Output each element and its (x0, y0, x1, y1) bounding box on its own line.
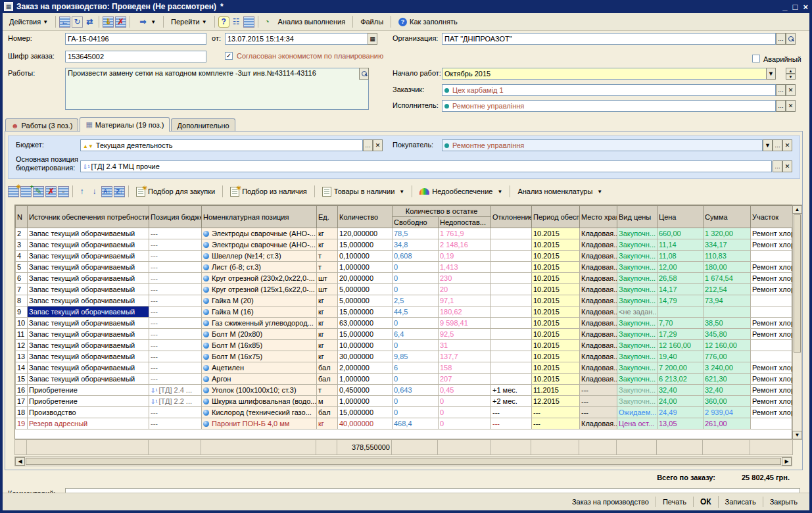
cell-n[interactable]: 17 (16, 396, 28, 407)
cell-item[interactable]: Швеллер (№14; ст.3) (202, 251, 317, 262)
shortage-menu[interactable]: Недообеспечение▼ (416, 184, 506, 199)
col-header-unit[interactable]: Ед. (317, 206, 338, 228)
organization-field[interactable]: ПАТ "ДНІПРОАЗОТ" (442, 33, 776, 45)
cell-item[interactable]: Газ сжиженный углеводород... (202, 318, 317, 329)
move-down-icon[interactable]: ↓ (89, 186, 100, 197)
buyer-select-button[interactable]: … (773, 139, 782, 151)
cell-short[interactable]: 31 (439, 340, 491, 351)
cell-src[interactable]: Запас текущий оборачиваемый (28, 262, 149, 273)
cell-unit[interactable]: кг (317, 306, 338, 318)
copy-row-icon[interactable]: + (20, 186, 32, 197)
cell-short[interactable]: 158 (439, 362, 491, 374)
cell-price[interactable]: 13,05 (657, 418, 704, 429)
cell-src[interactable]: Запас текущий оборачиваемый (28, 351, 149, 362)
cell-item[interactable]: Болт М (20х80) (202, 329, 317, 340)
cell-unit[interactable]: шт (317, 273, 338, 284)
cell-n[interactable]: 2 (16, 228, 28, 239)
cell-stor[interactable]: Кладовая... (580, 239, 617, 251)
cell-pt[interactable]: Закупочн... (617, 273, 657, 284)
cell-price[interactable]: 32,40 (657, 385, 704, 396)
refresh-icon[interactable]: ↻ (72, 16, 83, 28)
cell-src[interactable]: Запас текущий оборачиваемый (28, 318, 149, 329)
scroll-down-icon[interactable]: ▼ (792, 431, 802, 439)
cell-item[interactable]: Электроды сварочные (АНО-... (202, 228, 317, 239)
cell-per[interactable]: 10.2015 (532, 362, 580, 374)
cell-price[interactable]: 14,17 (657, 284, 704, 295)
cell-dev[interactable]: --- (491, 407, 532, 418)
cell-sum[interactable]: 38,50 (704, 318, 751, 329)
cell-n[interactable]: 16 (16, 385, 28, 396)
cell-per[interactable]: 10.2015 (532, 318, 580, 329)
cell-price[interactable]: 17,29 (657, 329, 704, 340)
executor-field[interactable]: Ремонтне управління (442, 100, 776, 112)
cell-free[interactable]: 6,4 (393, 329, 439, 340)
cell-dev[interactable] (491, 273, 532, 284)
post-document-icon[interactable]: ⇓ (103, 16, 114, 28)
cell-free[interactable]: 0 (393, 396, 439, 407)
cell-qty[interactable]: 30,000000 (338, 351, 393, 362)
table-row[interactable]: 2Запас текущий оборачиваемый---Электроды… (16, 228, 794, 239)
cell-free[interactable]: 0,643 (393, 385, 439, 396)
cell-bud[interactable]: --- (149, 284, 202, 295)
main-pos-clear-button[interactable]: ✕ (782, 160, 792, 172)
cell-sec[interactable]: Ремонт хлорн (751, 329, 794, 340)
doc-output-menu[interactable]: ⇒▼ (133, 15, 160, 29)
vertical-scroll-thumb[interactable] (794, 214, 801, 353)
cell-stor[interactable]: Кладовая... (580, 284, 617, 295)
buyer-field[interactable]: Ремонтне управління (442, 139, 763, 151)
cell-per[interactable]: 10.2015 (532, 273, 580, 284)
cell-pt[interactable]: Закупочн... (617, 329, 657, 340)
emergency-checkbox[interactable] (752, 55, 760, 62)
cell-unit[interactable]: кг (317, 329, 338, 340)
col-header-src[interactable]: Источник обеспечения потребности (28, 206, 149, 228)
cell-src[interactable]: Запас текущий оборачиваемый (28, 329, 149, 340)
cell-per[interactable]: 12.2015 (532, 396, 580, 407)
cell-sec[interactable]: Ремонт хлорн (751, 362, 794, 374)
cell-qty[interactable]: 63,000000 (338, 318, 393, 329)
cell-sec[interactable] (751, 306, 794, 318)
cell-sum[interactable]: 3 240,00 (704, 362, 751, 374)
cell-qty[interactable]: 120,000000 (338, 228, 393, 239)
cell-stor[interactable]: Кладовая... (580, 273, 617, 284)
cell-bud[interactable]: --- (149, 228, 202, 239)
table-row[interactable]: 18Производство---Кислород (технический г… (16, 407, 794, 418)
cell-price[interactable]: 7 200,00 (657, 362, 704, 374)
cell-bud[interactable]: --- (149, 318, 202, 329)
cell-src[interactable]: Запас текущий оборачиваемый (28, 273, 149, 284)
cell-free[interactable]: 0 (393, 262, 439, 273)
tab-additional[interactable]: Дополнительно (171, 118, 235, 132)
cell-per[interactable]: --- (532, 418, 580, 429)
horizontal-scrollbar[interactable]: ◀ ▶ (14, 456, 792, 466)
cell-per[interactable]: 10.2015 (532, 295, 580, 306)
pick-for-purchase-button[interactable]: ✳Подбор для закупки (132, 184, 219, 199)
col-header-pt[interactable]: Вид цены (617, 206, 657, 228)
cell-qty[interactable]: 15,000000 (338, 407, 393, 418)
print-button[interactable]: Печать (656, 497, 694, 507)
table-row[interactable]: 3Запас текущий оборачиваемый---Электроды… (16, 239, 794, 251)
cell-stor[interactable]: Кладовая... (580, 351, 617, 362)
cell-pt[interactable]: Закупочн... (617, 318, 657, 329)
cell-sec[interactable]: Ремонт хлорн (751, 396, 794, 407)
horizontal-scroll-thumb[interactable] (26, 458, 781, 465)
table-row[interactable]: 10Запас текущий оборачиваемый---Газ сжиж… (16, 318, 794, 329)
cell-price[interactable]: 12 160,00 (657, 340, 704, 351)
cell-dev[interactable] (491, 262, 532, 273)
tab-materials[interactable]: ▦Материалы (19 поз.) (80, 117, 170, 132)
cell-src[interactable]: Запас текущий оборачиваемый (28, 374, 149, 385)
cell-free[interactable]: 0 (393, 374, 439, 385)
cell-free[interactable]: 0,608 (393, 251, 439, 262)
cell-src[interactable]: Запас текущий оборачиваемый (28, 295, 149, 306)
cell-short[interactable]: 92,5 (439, 329, 491, 340)
cell-dev[interactable] (491, 374, 532, 385)
cell-src[interactable]: Резерв адресный (28, 418, 149, 429)
maximize-button[interactable]: □ (793, 2, 798, 12)
cell-pt[interactable]: Закупочн... (617, 362, 657, 374)
cell-sec[interactable]: Ремонт хлорн (751, 228, 794, 239)
cell-free[interactable]: 0 (393, 273, 439, 284)
cell-dev[interactable] (491, 284, 532, 295)
table-row[interactable]: 8Запас текущий оборачиваемый---Гайка М (… (16, 295, 794, 306)
minimize-button[interactable]: _ (782, 2, 787, 12)
cell-qty[interactable]: 1,000000 (338, 262, 393, 273)
cell-unit[interactable]: т (317, 262, 338, 273)
close-button[interactable]: × (803, 2, 808, 12)
